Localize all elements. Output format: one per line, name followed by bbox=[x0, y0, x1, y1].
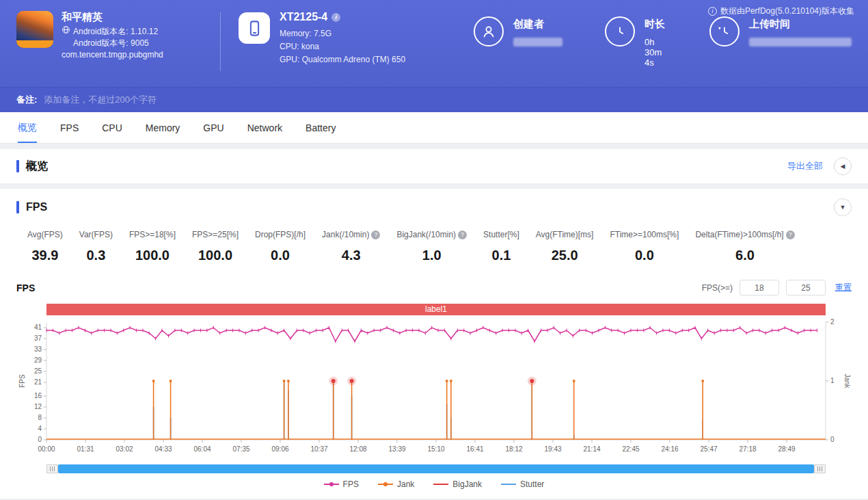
chart-scrollbar bbox=[46, 464, 826, 473]
app-name: 和平精英 bbox=[62, 11, 163, 23]
tab-overview[interactable]: 概览 bbox=[18, 112, 37, 143]
phone-icon bbox=[239, 12, 270, 44]
metric-label: Avg(FPS) bbox=[27, 230, 63, 239]
fps-threshold-input-2[interactable] bbox=[786, 280, 826, 295]
tab-battery[interactable]: Battery bbox=[306, 112, 336, 143]
svg-text:16:41: 16:41 bbox=[466, 445, 483, 453]
data-source-text: 数据由PerfDog(5.0.210104)版本收集 bbox=[720, 5, 854, 17]
metric-var-fps: Var(FPS)0.3 bbox=[79, 230, 113, 263]
svg-text:4: 4 bbox=[38, 425, 42, 432]
legend-item-bigjank[interactable]: BigJank bbox=[433, 479, 482, 489]
legend-label: Stutter bbox=[520, 479, 544, 489]
legend-label: BigJank bbox=[452, 479, 482, 489]
svg-text:03:02: 03:02 bbox=[116, 445, 133, 453]
tab-gpu[interactable]: GPU bbox=[203, 112, 223, 143]
metric-label: Jank(/10min) bbox=[322, 230, 369, 239]
device-info-icon[interactable]: i bbox=[331, 13, 340, 22]
metric-label: FPS>=18[%] bbox=[129, 230, 176, 239]
tab-memory[interactable]: Memory bbox=[146, 112, 180, 143]
scrollbar-track[interactable] bbox=[58, 464, 814, 473]
fps-chart-header: FPS FPS(>=) 重置 bbox=[16, 280, 852, 295]
fps-metrics-row: Avg(FPS)39.9Var(FPS)0.3FPS>=18[%]100.0FP… bbox=[27, 230, 852, 263]
collapse-down-button[interactable]: ▼ bbox=[834, 198, 852, 216]
remark-input[interactable]: 添加备注，不超过200个字符 bbox=[44, 94, 157, 106]
metric-value: 0.1 bbox=[492, 248, 511, 263]
svg-text:07:35: 07:35 bbox=[232, 445, 249, 453]
svg-text:2: 2 bbox=[830, 318, 835, 326]
svg-text:27:18: 27:18 bbox=[739, 445, 756, 453]
fps-chart-area: label1 048121621252933374101200:0001:310… bbox=[16, 304, 852, 489]
svg-text:0: 0 bbox=[830, 436, 835, 443]
svg-text:04:33: 04:33 bbox=[154, 445, 172, 453]
metric-value: 100.0 bbox=[198, 248, 232, 263]
svg-text:29: 29 bbox=[34, 356, 42, 364]
svg-text:33: 33 bbox=[34, 345, 42, 353]
help-icon[interactable]: ? bbox=[371, 231, 380, 239]
header-main: 和平精英 Android版本名: 1.10.12 Android版本号: 900… bbox=[16, 11, 852, 71]
duration-label: 时长 bbox=[645, 18, 667, 31]
chart-label-banner: label1 bbox=[46, 304, 826, 315]
reset-link[interactable]: 重置 bbox=[835, 282, 852, 293]
chart-legend: FPSJankBigJankStutter bbox=[16, 479, 852, 489]
svg-text:41: 41 bbox=[34, 324, 42, 331]
metric-ftime-ge-100: FTime>=100ms[%]0.0 bbox=[610, 230, 679, 263]
scrollbar-left-handle[interactable] bbox=[46, 464, 58, 473]
metric-value: 100.0 bbox=[135, 248, 169, 263]
legend-item-fps[interactable]: FPS bbox=[324, 479, 359, 489]
export-all-link[interactable]: 导出全部 bbox=[787, 160, 823, 172]
perfdog-report-page: i 数据由PerfDog(5.0.210104)版本收集 和平精英 Androi… bbox=[0, 0, 868, 500]
metric-avg-fps: Avg(FPS)39.9 bbox=[27, 230, 63, 263]
svg-text:12: 12 bbox=[34, 403, 42, 410]
svg-text:25:47: 25:47 bbox=[700, 445, 717, 453]
svg-text:37: 37 bbox=[34, 334, 42, 342]
fps-section-title: FPS bbox=[26, 201, 47, 213]
svg-text:10:37: 10:37 bbox=[310, 445, 327, 453]
history-clock-icon bbox=[709, 16, 740, 47]
svg-text:21:14: 21:14 bbox=[583, 445, 600, 453]
metric-label: FTime>=100ms[%] bbox=[610, 230, 679, 239]
metric-value: 25.0 bbox=[552, 248, 578, 263]
metric-label: Delta(FTime)>100ms[/h] bbox=[695, 230, 783, 239]
metric-value: 0.3 bbox=[86, 248, 105, 263]
svg-text:19:43: 19:43 bbox=[544, 445, 561, 453]
app-version-name: Android版本名: 1.10.12 bbox=[73, 26, 158, 38]
legend-item-jank[interactable]: Jank bbox=[378, 479, 414, 489]
legend-swatch bbox=[324, 484, 339, 485]
legend-label: Jank bbox=[397, 479, 414, 489]
metric-value: 0.0 bbox=[271, 248, 290, 263]
svg-text:FPS: FPS bbox=[18, 374, 26, 388]
fps-threshold-label: FPS(>=) bbox=[702, 283, 733, 293]
metric-delta-ftime: Delta(FTime)>100ms[/h]?6.0 bbox=[695, 230, 794, 263]
clock-icon bbox=[605, 16, 635, 47]
legend-item-stutter[interactable]: Stutter bbox=[501, 479, 544, 489]
scrollbar-right-handle[interactable] bbox=[814, 464, 826, 473]
help-icon[interactable]: ? bbox=[786, 231, 795, 239]
tab-fps[interactable]: FPS bbox=[60, 112, 79, 143]
app-version-code: Android版本号: 9005 bbox=[62, 38, 163, 49]
upload-time-label: 上传时间 bbox=[749, 18, 852, 31]
metric-drop-fps: Drop(FPS)[/h]0.0 bbox=[255, 230, 306, 263]
device-gpu: GPU: Qualcomm Adreno (TM) 650 bbox=[280, 53, 405, 66]
header: i 数据由PerfDog(5.0.210104)版本收集 和平精英 Androi… bbox=[0, 0, 868, 87]
app-meta: 和平精英 Android版本名: 1.10.12 Android版本号: 900… bbox=[62, 11, 163, 61]
metric-label: FPS>=25[%] bbox=[192, 230, 239, 239]
help-icon[interactable]: ? bbox=[458, 231, 467, 239]
app-block: 和平精英 Android版本名: 1.10.12 Android版本号: 900… bbox=[16, 11, 216, 61]
fps-threshold-input-1[interactable] bbox=[740, 280, 779, 295]
svg-text:13:39: 13:39 bbox=[388, 445, 405, 453]
collapse-left-button[interactable]: ◀ bbox=[834, 157, 852, 175]
device-block: XT2125-4 i Memory: 7.5G CPU: kona GPU: Q… bbox=[239, 11, 444, 66]
tab-network[interactable]: Network bbox=[247, 112, 282, 143]
metric-jank: Jank(/10min)?4.3 bbox=[322, 230, 380, 263]
metric-value: 1.0 bbox=[422, 248, 442, 263]
overview-title: 概览 bbox=[26, 159, 48, 174]
tab-cpu[interactable]: CPU bbox=[102, 112, 122, 143]
tab-bar: 概览FPSCPUMemoryGPUNetworkBattery bbox=[0, 112, 868, 144]
metric-value: 4.3 bbox=[342, 248, 361, 263]
upload-time-redacted bbox=[749, 38, 852, 47]
data-source-note: i 数据由PerfDog(5.0.210104)版本收集 bbox=[708, 5, 854, 17]
metric-value: 39.9 bbox=[31, 248, 58, 263]
legend-label: FPS bbox=[343, 479, 359, 489]
svg-text:Jank: Jank bbox=[843, 373, 851, 389]
creator-label: 创建者 bbox=[513, 18, 562, 31]
